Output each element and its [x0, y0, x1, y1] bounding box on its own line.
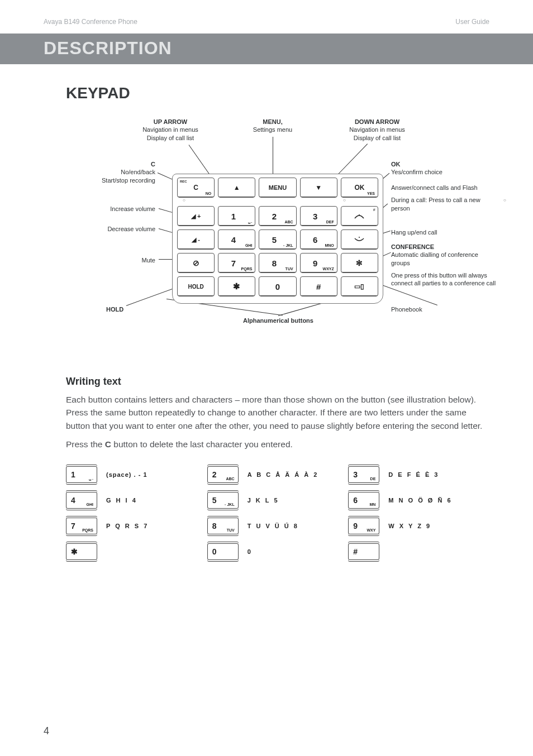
- svg-point-0: [359, 214, 360, 216]
- key-3: 3DEF: [300, 206, 337, 226]
- mini-key-1: 1␣ .: [66, 466, 97, 483]
- key-1: 1␣ .: [218, 206, 255, 226]
- svg-point-1: [359, 237, 360, 238]
- key-conference: ✻: [341, 253, 378, 273]
- page-title: DESCRIPTION: [44, 38, 489, 59]
- label-hangup: Hang up/end call: [391, 228, 492, 236]
- label-down-arrow: DOWN ARROW Navigation in menus Display o…: [335, 118, 419, 142]
- mini-key-hash: #: [348, 543, 379, 560]
- doc-type-header: User Guide: [455, 18, 489, 26]
- key-6: 6MNO: [300, 229, 337, 250]
- key-0: 0: [259, 276, 296, 296]
- mini-key-3: 3DE: [348, 466, 379, 483]
- down-triangle-icon: ▼: [315, 184, 322, 192]
- label-vol-up: Increase volume: [66, 205, 155, 213]
- key-phonebook: ▭▯: [341, 276, 378, 296]
- doc-title-header: Avaya B149 Conference Phone: [44, 18, 137, 26]
- key-hangup: [341, 229, 378, 250]
- label-phonebook: Phonebook: [391, 305, 480, 313]
- label-up-arrow: UP ARROW Navigation in menus Display of …: [129, 118, 212, 142]
- writing-heading: Writing text: [66, 376, 489, 387]
- phonebook-icon: ▭▯: [354, 283, 364, 290]
- key-9: 9WXYZ: [300, 253, 337, 273]
- character-table: 1␣ .(space) . - 1 2ABCA B C Å Ä Á À 2 3D…: [66, 466, 489, 560]
- answer-icon: [354, 213, 365, 219]
- mini-key-5: 5▫ JKL: [207, 492, 239, 509]
- mini-key-0: 0: [207, 543, 239, 560]
- label-c: C No/end/back Start/stop recording: [60, 160, 155, 184]
- label-vol-down: Decrease volume: [66, 225, 155, 233]
- label-menu: MENU, Settings menu: [239, 118, 306, 134]
- mini-key-2: 2ABC: [207, 466, 239, 483]
- keypad-diagram: UP ARROW Navigation in menus Display of …: [66, 118, 491, 341]
- key-hold: HOLD: [177, 276, 215, 296]
- hangup-icon: [354, 236, 365, 243]
- key-mute: ⊘: [177, 253, 215, 273]
- conference-icon: ✻: [356, 259, 363, 267]
- key-answer: F: [341, 206, 378, 226]
- label-hold: HOLD: [106, 305, 123, 313]
- mini-key-8: 8TUV: [207, 518, 239, 534]
- mini-key-6: 6MN: [348, 492, 379, 509]
- key-menu: MENU: [259, 178, 296, 198]
- mini-key-9: 9WXY: [348, 518, 379, 534]
- speaker-minus-icon: ◢ -: [192, 236, 200, 243]
- section-heading: KEYPAD: [66, 84, 489, 102]
- key-vol-up: ◢ +: [177, 206, 215, 226]
- key-7: 7PQRS: [218, 253, 255, 273]
- up-triangle-icon: ▲: [234, 184, 240, 192]
- label-mute: Mute: [66, 256, 155, 264]
- label-ok: OK Yes/confirm choice: [391, 160, 492, 176]
- page-number: 4: [44, 725, 49, 737]
- key-4: 4GHI: [218, 229, 255, 250]
- speaker-plus-icon: ◢ +: [191, 213, 201, 220]
- label-conference: CONFERENCE Automatic dialling of confere…: [391, 243, 497, 287]
- writing-body: Each button contains letters and charact…: [66, 393, 489, 451]
- mini-key-4: 4GHI: [66, 492, 97, 509]
- key-5: 5▫ JKL: [259, 229, 296, 250]
- key-up: ▲: [218, 178, 255, 198]
- key-vol-down: ◢ -: [177, 229, 215, 250]
- key-c: REC C NO: [177, 178, 215, 198]
- keypad-body: REC C NO ▲ MENU ▼ OK YES ○ ○ ○ ◢ + 1␣ . …: [172, 174, 383, 304]
- mute-icon: ⊘: [193, 259, 199, 267]
- key-star: ✱: [218, 276, 255, 296]
- key-down: ▼: [300, 178, 337, 198]
- mini-key-7: 7PQRS: [66, 518, 97, 534]
- key-hash: #: [300, 276, 337, 296]
- section-title-band: DESCRIPTION: [0, 34, 533, 64]
- key-2: 2ABC: [259, 206, 296, 226]
- key-8: 8TUV: [259, 253, 296, 273]
- key-ok: OK YES: [341, 178, 378, 198]
- label-alphanumerical: Alphanumerical buttons: [217, 317, 340, 324]
- mini-key-star: ✱: [66, 543, 97, 560]
